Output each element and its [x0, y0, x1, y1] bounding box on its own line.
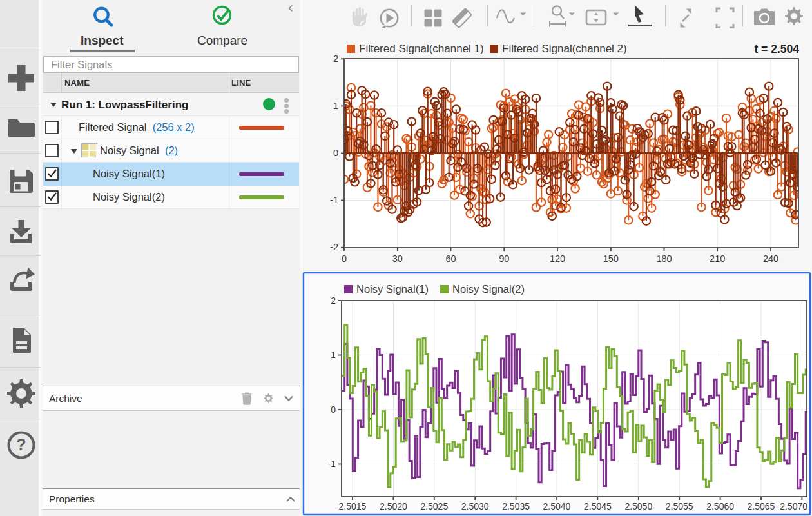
svg-text:0: 0	[331, 404, 336, 415]
svg-text:1: 1	[333, 101, 338, 111]
svg-text:120: 120	[550, 253, 565, 264]
svg-text:2: 2	[331, 295, 336, 306]
svg-text:1: 1	[331, 350, 336, 360]
svg-text:30: 30	[392, 253, 403, 264]
svg-text:2.5070: 2.5070	[780, 501, 807, 511]
svg-text:2.5045: 2.5045	[584, 501, 612, 511]
svg-text:t = 2.504: t = 2.504	[754, 43, 799, 55]
svg-text:2.5035: 2.5035	[502, 501, 530, 511]
svg-text:60: 60	[445, 253, 456, 264]
svg-text:2.5015: 2.5015	[339, 501, 367, 511]
svg-text:Noisy Signal(1): Noisy Signal(1)	[356, 283, 429, 295]
svg-text:2: 2	[333, 54, 338, 64]
svg-text:240: 240	[763, 253, 778, 264]
svg-text:2.5030: 2.5030	[461, 501, 489, 511]
svg-text:2.5020: 2.5020	[380, 501, 407, 511]
svg-text:?: ?	[16, 435, 26, 453]
svg-text:90: 90	[499, 253, 509, 264]
svg-text:-2: -2	[330, 242, 338, 252]
svg-text:180: 180	[656, 253, 672, 264]
svg-text:Filtered Signal(channel 2): Filtered Signal(channel 2)	[502, 43, 627, 55]
svg-text:210: 210	[710, 253, 725, 264]
svg-text:2.5065: 2.5065	[748, 501, 775, 511]
svg-text:-1: -1	[330, 195, 338, 205]
svg-text:150: 150	[603, 253, 619, 264]
svg-text:2.5040: 2.5040	[543, 501, 571, 511]
svg-text:Filtered Signal(channel 1): Filtered Signal(channel 1)	[359, 43, 484, 55]
svg-text:2.5025: 2.5025	[420, 501, 448, 511]
svg-text:2.5060: 2.5060	[706, 501, 734, 511]
svg-text:2.5050: 2.5050	[624, 501, 652, 511]
svg-text:-1: -1	[328, 459, 336, 469]
svg-text:0: 0	[333, 148, 338, 158]
svg-text:Noisy Signal(2): Noisy Signal(2)	[452, 283, 525, 295]
svg-text:2.5055: 2.5055	[666, 501, 693, 511]
svg-text:0: 0	[342, 253, 347, 264]
